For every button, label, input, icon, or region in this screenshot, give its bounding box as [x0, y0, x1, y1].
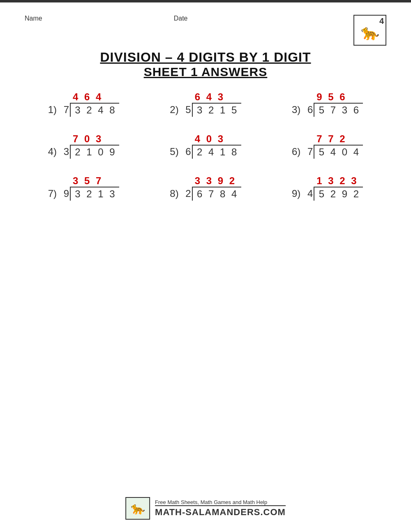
logo-animal-icon: 🐆 [361, 24, 379, 41]
dividend-digit-3-0: 5 [317, 104, 326, 116]
dividend-digit-5-2: 1 [218, 146, 227, 158]
dividend-digit-4-2: 0 [96, 146, 105, 158]
dividend-digit-6-2: 0 [340, 146, 349, 158]
divisor-4: 3 [64, 146, 69, 157]
dividend-digit-1-2: 4 [96, 104, 105, 116]
answer-digit-3-0: 9 [315, 91, 324, 103]
dividend-digit-8-3: 4 [230, 188, 239, 200]
dividend-digit-5-0: 2 [195, 146, 204, 158]
divisor-9: 4 [307, 188, 313, 199]
dividend-digit-6-1: 4 [328, 146, 337, 158]
problem-inner-8: 33928)26784 [170, 175, 241, 201]
answer-row-6: 772 [292, 133, 363, 145]
dividend-digit-7-1: 2 [85, 188, 94, 200]
answer-row-7: 357 [48, 175, 119, 187]
answer-digit-9-2: 2 [338, 175, 347, 187]
footer-top-text: Free Math Sheets, Math Games and Math He… [155, 499, 267, 505]
name-date-area: Name Date [25, 15, 187, 22]
dividend-bracket-4: 2109 [70, 145, 119, 159]
footer-logo: 🐆 [125, 497, 150, 520]
footer-text: Free Math Sheets, Math Games and Math He… [155, 499, 286, 518]
answer-digits-8: 3392 [193, 175, 236, 187]
answer-digits-2: 643 [193, 91, 225, 103]
dividend-digit-2-0: 3 [195, 104, 204, 116]
problem-5: 4035)62418 [147, 133, 265, 159]
answer-digits-5: 403 [193, 133, 225, 145]
dividend-digit-2-3: 5 [230, 104, 239, 116]
answer-digit-3-2: 6 [338, 91, 347, 103]
answer-digit-4-2: 3 [94, 133, 103, 145]
dividend-digit-7-0: 3 [73, 188, 82, 200]
answer-digit-3-1: 5 [326, 91, 335, 103]
dividend-bracket-3: 5736 [314, 103, 363, 117]
dividend-digit-8-0: 6 [195, 188, 204, 200]
problem-6: 7726)75404 [268, 133, 386, 159]
dividend-digit-3-1: 7 [328, 104, 337, 116]
dividend-digit-1-1: 2 [85, 104, 94, 116]
equation-row-2: 2)53215 [170, 103, 241, 117]
answer-digits-4: 703 [71, 133, 103, 145]
problem-3: 9563)65736 [268, 91, 386, 117]
dividend-digit-2-2: 1 [218, 104, 227, 116]
dividend-digit-1-0: 3 [73, 104, 82, 116]
problem-9: 13239)45292 [268, 175, 386, 201]
answer-row-2: 643 [170, 91, 241, 103]
dividend-bracket-9: 5292 [314, 187, 363, 201]
dividend-digit-9-3: 2 [351, 188, 360, 200]
answer-digit-6-2: 2 [338, 133, 347, 145]
answer-digit-5-2: 3 [216, 133, 225, 145]
answer-digit-2-0: 6 [193, 91, 202, 103]
equation-row-9: 9)45292 [292, 187, 363, 201]
dividend-bracket-1: 3248 [70, 103, 119, 117]
divisor-8: 2 [185, 188, 191, 199]
problem-inner-9: 13239)45292 [292, 175, 363, 201]
problem-7: 3577)93213 [25, 175, 143, 201]
problem-1: 4641)73248 [25, 91, 143, 117]
answer-row-5: 403 [170, 133, 241, 145]
equation-row-6: 6)75404 [292, 145, 363, 159]
problem-label-4: 4) [48, 146, 64, 157]
answer-row-9: 1323 [292, 175, 363, 187]
equation-row-8: 8)26784 [170, 187, 241, 201]
equation-row-4: 4)32109 [48, 145, 119, 159]
equation-row-7: 7)93213 [48, 187, 119, 201]
logo-box: 4 🐆 [353, 15, 386, 46]
date-label: Date [174, 15, 188, 22]
answer-digit-8-2: 9 [216, 175, 225, 187]
divisor-6: 7 [307, 146, 313, 157]
name-label: Name [25, 15, 42, 22]
problem-inner-3: 9563)65736 [292, 91, 363, 117]
answer-digit-9-3: 3 [349, 175, 358, 187]
dividend-bracket-7: 3213 [70, 187, 119, 201]
divisor-3: 6 [307, 104, 313, 116]
answer-digit-6-1: 7 [326, 133, 335, 145]
dividend-digit-7-3: 3 [108, 188, 117, 200]
problem-inner-1: 4641)73248 [48, 91, 119, 117]
main-title: DIVISION – 4 DIGITS BY 1 DIGIT [25, 50, 386, 65]
sub-title: SHEET 1 ANSWERS [25, 65, 386, 79]
problem-label-8: 8) [170, 188, 185, 199]
answer-row-1: 464 [48, 91, 119, 103]
page: Name Date 4 🐆 DIVISION – 4 DIGITS BY 1 D… [0, 0, 411, 532]
answer-digit-9-0: 1 [315, 175, 324, 187]
answer-digits-9: 1323 [315, 175, 358, 187]
divisor-5: 6 [185, 146, 191, 157]
equation-row-1: 1)73248 [48, 103, 119, 117]
problem-2: 6432)53215 [147, 91, 265, 117]
answer-digit-1-2: 4 [94, 91, 103, 103]
problem-inner-7: 3577)93213 [48, 175, 119, 201]
dividend-digit-4-0: 2 [73, 146, 82, 158]
dividend-digit-7-2: 1 [96, 188, 105, 200]
answer-digits-6: 772 [315, 133, 347, 145]
problem-8: 33928)26784 [147, 175, 265, 201]
problem-label-3: 3) [292, 104, 307, 116]
problem-inner-4: 7034)32109 [48, 133, 119, 159]
dividend-digit-8-2: 8 [218, 188, 227, 200]
dividend-digit-6-3: 4 [351, 146, 360, 158]
dividend-digit-9-2: 9 [340, 188, 349, 200]
top-bar: Name Date 4 🐆 [25, 15, 386, 46]
answer-digit-1-1: 6 [83, 91, 92, 103]
problem-inner-2: 6432)53215 [170, 91, 241, 117]
problem-label-5: 5) [170, 146, 185, 157]
answer-digit-2-1: 4 [204, 91, 213, 103]
